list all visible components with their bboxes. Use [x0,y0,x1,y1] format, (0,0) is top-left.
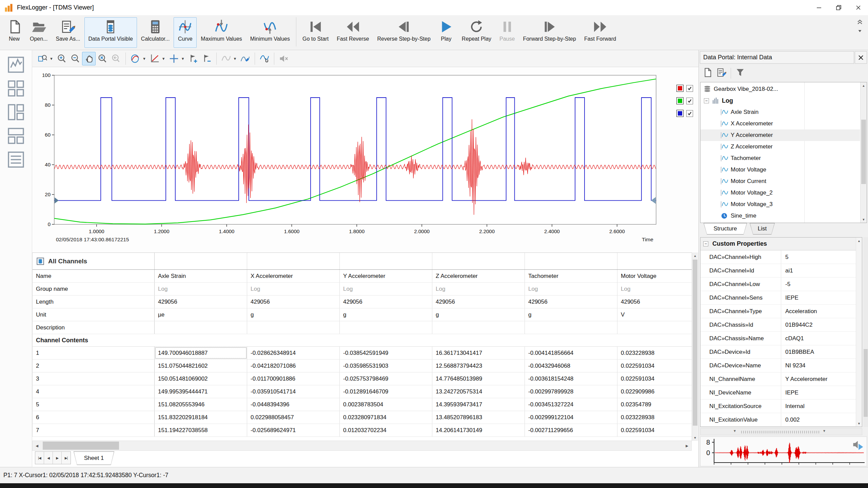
property-row[interactable]: DAC»Chassis»Id01B944C2 [701,318,862,332]
data-cell[interactable]: 12.568873794423 [432,360,525,372]
play-audio-button[interactable] [852,439,864,450]
toolbar-button-reverse-step-by-step[interactable]: Reverse Step-by-Step [373,17,434,48]
dropdown-caret-icon[interactable]: ▼ [142,57,146,61]
attribute-value[interactable]: Log [340,283,432,295]
data-cell[interactable]: 0.023280971834 [340,411,432,424]
scroll-down-icon[interactable]: ▼ [856,420,862,427]
row-index[interactable]: 2 [33,360,155,372]
toolbar-button-new[interactable]: New [3,17,26,48]
attribute-value[interactable]: Motor Voltage [617,270,691,282]
series-visibility-checkbox[interactable] [686,98,693,104]
data-cell[interactable]: -0.025753798469 [340,372,432,385]
graph-tool-zoom-out[interactable] [68,52,82,65]
data-cell[interactable]: -0.025689624971 [247,424,340,436]
tab-structure[interactable]: Structure [704,223,747,235]
data-cell[interactable]: 16.361713041417 [432,347,525,359]
data-cell[interactable]: -0.028626348914 [247,347,340,359]
data-cell[interactable]: 14.206141730149 [432,424,525,436]
next-sheet-button[interactable]: ▶ [53,452,62,464]
graph-tool-pan[interactable] [82,52,96,65]
tree-item-motor-voltage[interactable]: Motor Voltage [701,164,860,176]
tab-list[interactable]: List [750,223,775,235]
layout-rows-icon[interactable] [7,127,25,145]
data-cell[interactable]: -0.00432946068 [525,360,617,372]
tree-item-motor-voltage-3[interactable]: Motor Voltage_3 [701,199,860,210]
collapse-toggle[interactable]: − [704,98,709,103]
dropdown-caret-icon[interactable]: ▼ [233,57,237,61]
toolbar-button-forward-step-by-step[interactable]: Forward Step-by-Step [519,17,580,48]
tree-item-gearbox-vibe-2018-02[interactable]: Gearbox Vibe_2018-02... [701,83,860,95]
row-index[interactable]: 3 [33,372,155,385]
data-cell[interactable]: 0.023228938 [617,347,691,359]
data-cell[interactable]: 13.242720575314 [432,385,525,398]
data-cell[interactable]: 0.012032702234 [340,424,432,436]
layout-waveform-icon[interactable] [7,56,25,74]
attribute-value[interactable] [155,321,247,334]
data-cell[interactable]: -0.011700901886 [247,372,340,385]
first-sheet-button[interactable]: |◀ [35,452,44,464]
scroll-up-icon[interactable]: ▲ [861,82,867,89]
properties-horizontal-scrollbar[interactable]: ▼ ▼ [700,428,862,435]
property-row[interactable]: DAC»Channel»TypeAcceleration [701,305,862,318]
row-index[interactable]: 4 [33,385,155,398]
property-row[interactable]: DAC»Channel»Low-5 [701,278,862,291]
toolbar-button-go-to-start[interactable]: Go to Start [298,17,333,48]
data-cell[interactable]: -0.003451327224 [525,398,617,411]
filter-button[interactable] [735,67,745,79]
data-cell[interactable]: -0.002997899928 [525,385,617,398]
tree-item-axle-strain[interactable]: Axle Strain [701,106,860,118]
attribute-value[interactable] [340,321,432,334]
data-portal-close-button[interactable] [855,51,867,64]
attribute-value[interactable]: µe [155,308,247,321]
graph-tool-zoom-cancel[interactable] [96,52,109,65]
attribute-value[interactable]: Log [525,283,617,295]
toolbar-button-fast-forward[interactable]: Fast Forward [580,17,620,48]
scroll-left-icon[interactable]: ◀ [33,441,41,450]
series-visibility-checkbox[interactable] [686,110,693,117]
data-cell[interactable]: -0.038542591949 [340,347,432,359]
edit-data-button[interactable] [716,67,727,79]
new-data-button[interactable] [702,67,712,79]
panel-scrollbar[interactable] [863,237,868,427]
data-cell[interactable]: 0.022591034 [617,372,691,385]
data-cell[interactable]: -0.004141856664 [525,347,617,359]
row-index[interactable]: 7 [33,424,155,436]
toolbar-button-maximum-values[interactable]: Maximum Values [197,17,246,48]
scroll-up-icon[interactable]: ▲ [856,238,862,244]
attribute-value[interactable]: Log [247,283,340,295]
data-cell[interactable]: 0.022591034 [617,424,691,436]
attribute-value[interactable]: Y Accelerometer [340,270,432,282]
previous-sheet-button[interactable]: ◀ [44,452,53,464]
dropdown-caret-icon[interactable]: ▼ [50,57,53,61]
property-row[interactable]: DAC»Device»NameNI 9234 [701,359,862,372]
waveform-chart[interactable]: 0204060801001.00001.20001.40001.60001.80… [32,67,698,254]
scroll-down-icon[interactable]: ▼ [692,434,698,441]
layout-list-icon[interactable] [7,150,25,169]
attribute-value[interactable]: Z Accelerometer [432,270,525,282]
attribute-value[interactable]: g [247,308,340,321]
sheet-tab[interactable]: Sheet 1 [74,451,114,465]
tree-item-log[interactable]: −Log [701,95,860,106]
data-cell[interactable]: 0.022988058457 [247,411,340,424]
tree-scrollbar[interactable]: ▲ ▼ [860,82,867,223]
collapse-toggle[interactable]: − [703,241,708,246]
tree-item-x-accelerometer[interactable]: X Accelerometer [701,118,860,129]
attribute-value[interactable]: 429056 [432,296,525,308]
property-row[interactable]: DAC»Device»Id01B9BBEA [701,345,862,359]
data-cell[interactable]: 150.051481069002 [155,372,247,385]
data-cell[interactable]: 13.485207896183 [432,411,525,424]
attribute-value[interactable]: X Accelerometer [247,270,340,282]
graph-tool-zoom-window[interactable] [36,52,49,65]
toolbar-button-play[interactable]: Play [435,17,458,48]
graph-tool-axis-scale[interactable] [148,52,161,65]
graph-tool-flag-add[interactable] [186,52,200,65]
attribute-value[interactable]: g [340,308,432,321]
series-visibility-checkbox[interactable] [686,85,693,92]
graph-tool-zoom-in[interactable] [55,52,68,65]
attribute-value[interactable]: Log [432,283,525,295]
scroll-arrow-icon[interactable]: ▼ [823,429,826,433]
data-cell[interactable]: 151.075044821602 [155,360,247,372]
layout-split-icon[interactable] [7,103,25,121]
tree-item-motor-current[interactable]: Motor Current [701,176,860,187]
data-cell[interactable]: 151.08205553946 [155,398,247,411]
